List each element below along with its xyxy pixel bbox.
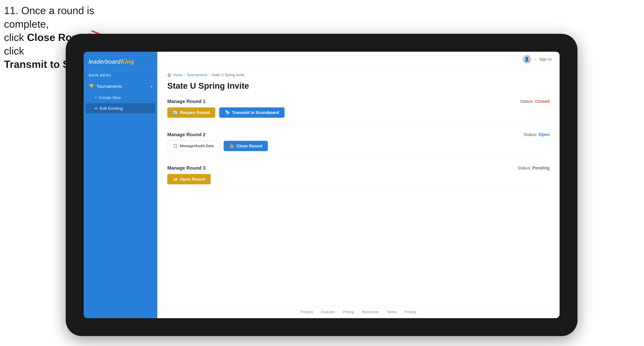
round-3-status: Status: Pending [518,166,550,171]
footer-pricing[interactable]: Pricing [343,310,354,314]
tablet-screen: leaderboardKing MAIN MENU 🏆 Tournaments … [84,52,560,318]
footer-privacy[interactable]: Privacy [405,310,416,314]
open-round-button[interactable]: 📂 Open Round [167,174,211,184]
round-2-actions: 📋 Manage/Audit Data 🔒 Close Round [167,141,550,151]
breadcrumb-sep-1: / [184,73,185,77]
manage-audit-button[interactable]: 📋 Manage/Audit Data [167,141,220,151]
reopen-round-button[interactable]: 🔄 Reopen Round [167,107,215,118]
round-2-label: Manage Round 2 [167,132,206,137]
audit-icon: 📋 [173,144,178,148]
page-content: 🏠 Home / Tournaments / State U Spring In… [157,67,560,306]
round-3-label: Manage Round 3 [167,165,206,171]
footer: Product Features Pricing Resources Terms… [157,306,560,318]
round-1-header: Manage Round 1 Status: Closed [167,99,550,104]
sign-in-label: → [533,57,537,62]
reopen-icon: 🔄 [173,110,178,115]
home-icon: 🏠 [167,73,172,77]
footer-terms[interactable]: Terms [387,310,397,314]
sign-in-button[interactable]: 👤 → Sign In [522,55,552,64]
sidebar-item-label: Edit Existing [100,106,123,111]
edit-icon: ✏ [94,106,98,111]
tablet-frame: leaderboardKing MAIN MENU 🏆 Tournaments … [66,34,578,336]
sign-in-text: Sign In [539,57,552,62]
app-layout: leaderboardKing MAIN MENU 🏆 Tournaments … [84,52,560,318]
round-1-section: Manage Round 1 Status: Closed 🔄 Reopen R… [167,99,550,124]
top-bar: 👤 → Sign In [157,52,560,67]
breadcrumb-current: State U Spring Invite [212,73,244,77]
footer-features[interactable]: Features [321,310,335,314]
round-2-status: Status: Open [524,132,550,137]
breadcrumb-tournaments[interactable]: Tournaments [187,73,208,77]
folder-icon: 📂 [173,177,178,181]
sidebar-item-label: Tournaments [96,84,151,89]
sidebar-item-tournaments[interactable]: 🏆 Tournaments ▾ [84,81,157,92]
sidebar-item-create-new[interactable]: + Create New [84,92,157,103]
main-content: 👤 → Sign In 🏠 Home / Tournaments / State [157,52,560,318]
round-2-section: Manage Round 2 Status: Open 📋 Manage/Aud… [167,132,550,157]
main-menu-label: MAIN MENU [84,69,157,80]
avatar: 👤 [522,55,531,64]
sidebar: leaderboardKing MAIN MENU 🏆 Tournaments … [84,52,157,318]
round-3-section: Manage Round 3 Status: Pending 📂 Open Ro… [167,165,550,190]
breadcrumb: 🏠 Home / Tournaments / State U Spring In… [167,73,550,77]
status-badge: Closed [535,99,550,104]
plus-icon: + [94,95,97,100]
lock-icon: 🔒 [229,144,234,148]
transmit-to-scoreboard-button[interactable]: 📡 Transmit to Scoreboard [219,107,284,118]
close-round-button[interactable]: 🔒 Close Round [224,141,268,151]
round-1-actions: 🔄 Reopen Round 📡 Transmit to Scoreboard [167,107,550,118]
round-1-label: Manage Round 1 [167,99,206,104]
round-2-header: Manage Round 2 Status: Open [167,132,550,137]
trophy-icon: 🏆 [88,84,94,89]
status-badge: Pending [532,166,550,171]
page-title: State U Spring Invite [167,81,550,91]
logo-king: King [120,58,134,65]
sidebar-item-edit-existing[interactable]: ✏ Edit Existing [86,103,155,114]
round-1-status: Status: Closed [520,99,550,104]
logo-leaderboard: leaderboard [88,58,120,65]
sidebar-item-label: Create New [99,95,121,100]
round-3-header: Manage Round 3 Status: Pending [167,165,550,171]
chevron-down-icon: ▾ [151,85,152,88]
breadcrumb-sep-2: / [209,73,210,77]
footer-product[interactable]: Product [300,310,313,314]
sidebar-nav: 🏆 Tournaments ▾ + Create New ✏ Edit Exis… [84,80,157,115]
transmit-icon: 📡 [225,110,230,115]
sidebar-logo: leaderboardKing [84,52,157,69]
status-badge: Open [538,132,550,137]
round-3-actions: 📂 Open Round [167,174,550,184]
footer-resources[interactable]: Resources [362,310,379,314]
breadcrumb-home[interactable]: Home [173,73,182,77]
